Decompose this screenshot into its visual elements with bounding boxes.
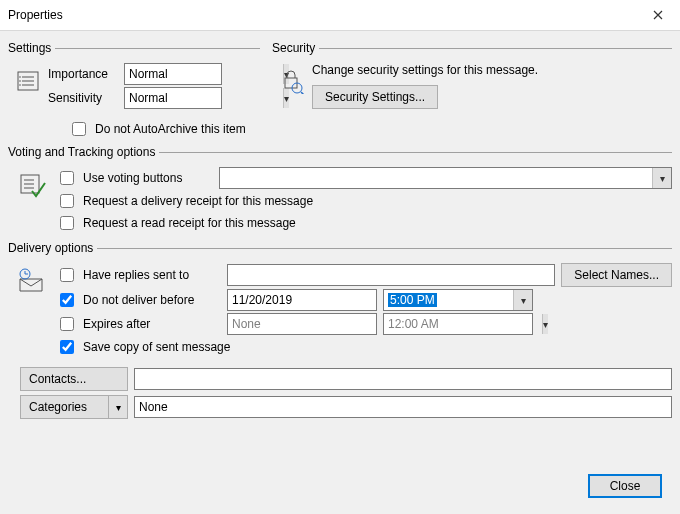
window-title: Properties (8, 8, 63, 22)
properties-dialog: Properties Settings Importance (0, 0, 680, 514)
delivery-group: Delivery options Have replies sent to (8, 241, 672, 423)
expires-time-combo[interactable]: ▾ (383, 313, 533, 335)
select-names-button[interactable]: Select Names... (561, 263, 672, 287)
do-not-deliver-time-value[interactable]: 5:00 PM (384, 293, 437, 307)
expires-date-value[interactable] (228, 314, 386, 334)
delivery-receipt-label: Request a delivery receipt for this mess… (83, 194, 313, 208)
delivery-receipt-checkbox[interactable] (60, 194, 74, 208)
chevron-down-icon[interactable]: ▾ (542, 314, 548, 334)
voting-buttons-value[interactable] (220, 168, 652, 188)
voting-buttons-combo[interactable]: ▾ (219, 167, 672, 189)
chevron-down-icon[interactable]: ▾ (652, 168, 671, 188)
save-copy-label: Save copy of sent message (83, 340, 230, 354)
expires-label: Expires after (83, 317, 221, 331)
delivery-legend: Delivery options (8, 241, 97, 255)
security-group: Security Change security settings for th… (272, 41, 672, 111)
do-not-deliver-date-value[interactable] (228, 290, 386, 310)
do-not-deliver-time-combo[interactable]: 5:00 PM ▾ (383, 289, 533, 311)
expires-date-combo[interactable]: ▾ (227, 313, 377, 335)
close-icon (653, 7, 663, 23)
voting-icon (8, 165, 56, 205)
categories-input[interactable] (134, 396, 672, 418)
contacts-button[interactable]: Contacts... (20, 367, 128, 391)
save-copy-checkbox[interactable] (60, 340, 74, 354)
use-voting-checkbox[interactable] (60, 171, 74, 185)
sensitivity-combo[interactable]: ▾ (124, 87, 222, 109)
sensitivity-value[interactable] (125, 88, 283, 108)
settings-legend: Settings (8, 41, 55, 55)
chevron-down-icon[interactable]: ▾ (108, 396, 127, 418)
read-receipt-label: Request a read receipt for this message (83, 216, 296, 230)
have-replies-input[interactable] (227, 264, 555, 286)
have-replies-label: Have replies sent to (83, 268, 221, 282)
importance-value[interactable] (125, 64, 283, 84)
expires-checkbox[interactable] (60, 317, 74, 331)
importance-label: Importance (48, 67, 118, 81)
autoarchive-label: Do not AutoArchive this item (95, 122, 246, 136)
security-icon (272, 61, 312, 101)
titlebar: Properties (0, 0, 680, 31)
use-voting-label: Use voting buttons (83, 171, 213, 185)
read-receipt-checkbox[interactable] (60, 216, 74, 230)
settings-group: Settings Importance ▾ (8, 41, 260, 111)
voting-group: Voting and Tracking options Use voting b… (8, 145, 672, 235)
svg-point-4 (19, 76, 21, 78)
svg-line-9 (301, 92, 304, 94)
do-not-deliver-label: Do not deliver before (83, 293, 221, 307)
categories-button[interactable]: Categories ▾ (20, 395, 128, 419)
close-button[interactable]: Close (588, 474, 662, 498)
settings-icon (8, 61, 48, 101)
svg-point-5 (19, 80, 21, 82)
security-legend: Security (272, 41, 319, 55)
security-settings-button[interactable]: Security Settings... (312, 85, 438, 109)
have-replies-checkbox[interactable] (60, 268, 74, 282)
chevron-down-icon[interactable]: ▾ (513, 290, 532, 310)
delivery-icon (8, 261, 56, 301)
autoarchive-checkbox[interactable] (72, 122, 86, 136)
expires-time-value[interactable] (384, 314, 542, 334)
do-not-deliver-checkbox[interactable] (60, 293, 74, 307)
sensitivity-label: Sensitivity (48, 91, 118, 105)
voting-legend: Voting and Tracking options (8, 145, 159, 159)
contacts-input[interactable] (134, 368, 672, 390)
security-message: Change security settings for this messag… (312, 63, 538, 77)
importance-combo[interactable]: ▾ (124, 63, 222, 85)
categories-button-label: Categories (21, 400, 95, 414)
dialog-footer: Close (588, 474, 662, 498)
svg-point-6 (19, 84, 21, 86)
do-not-deliver-date-combo[interactable]: ▾ (227, 289, 377, 311)
window-close-button[interactable] (636, 0, 680, 30)
